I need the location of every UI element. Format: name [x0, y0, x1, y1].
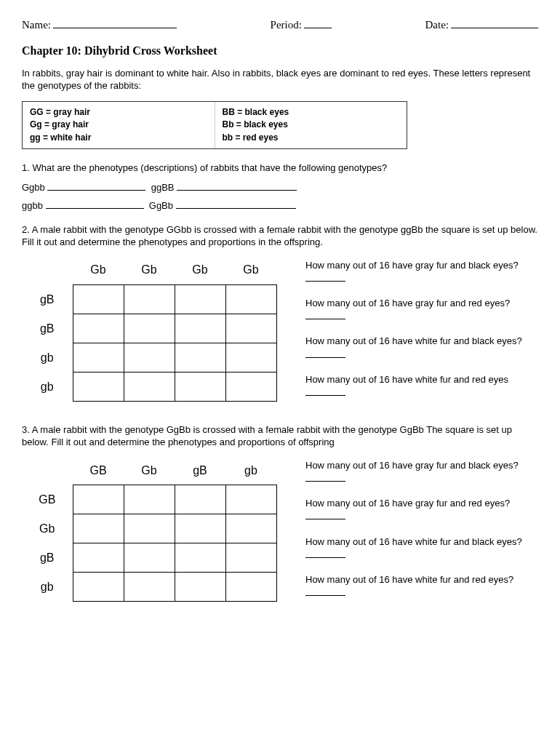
col-header: Gb: [225, 256, 276, 285]
answer-line[interactable]: [177, 182, 297, 191]
punnett-cell[interactable]: [175, 285, 225, 314]
punnett-cell[interactable]: [225, 314, 276, 343]
q2-text: 2. A male rabbit with the genotype GGbb …: [22, 224, 538, 249]
punnett-cell[interactable]: [225, 543, 276, 573]
col-header: Gb: [175, 256, 225, 285]
punnett-cell[interactable]: [175, 514, 225, 543]
col-header: Gb: [124, 256, 175, 285]
punnett-square-2: Gb Gb Gb Gb gB gB gb gb: [22, 256, 277, 402]
row-header: gb: [22, 372, 73, 402]
punnett-cell[interactable]: [124, 285, 175, 314]
genotype-label: ggbb: [22, 200, 43, 211]
punnett-cell[interactable]: [124, 372, 175, 402]
q2-section: Gb Gb Gb Gb gB gB gb gb How many out of …: [22, 256, 538, 412]
answer-line[interactable]: [46, 200, 144, 209]
question-text: How many out of 16 have gray fur and red…: [305, 498, 510, 509]
genotype-label: GgBb: [149, 200, 173, 211]
period-label: Period:: [271, 19, 302, 31]
punnett-cell[interactable]: [73, 485, 124, 514]
sub-question: How many out of 16 have gray fur and red…: [305, 497, 538, 523]
punnett-cell[interactable]: [175, 372, 225, 402]
name-field[interactable]: Name:: [22, 19, 177, 31]
header-fields: Name: Period: Date:: [22, 19, 538, 31]
punnett-cell[interactable]: [73, 543, 124, 573]
answer-line[interactable]: [176, 200, 296, 209]
punnett-cell[interactable]: [225, 573, 276, 602]
punnett-cell[interactable]: [175, 573, 225, 602]
punnett-cell[interactable]: [73, 343, 124, 372]
name-label: Name:: [22, 19, 51, 31]
col-header: gb: [225, 456, 276, 485]
intro-text: In rabbits, gray hair is dominant to whi…: [22, 68, 538, 92]
date-input-line[interactable]: [451, 19, 538, 28]
row-header: gB: [22, 543, 73, 573]
answer-line[interactable]: [305, 473, 345, 482]
question-text: How many out of 16 have gray fur and red…: [305, 298, 510, 308]
period-field[interactable]: Period:: [271, 19, 332, 31]
punnett-cell[interactable]: [73, 372, 124, 402]
punnett-square-3: GB Gb gB gb GB Gb gB gb: [22, 456, 277, 602]
punnett-cell[interactable]: [225, 485, 276, 514]
punnett-cell[interactable]: [175, 543, 225, 573]
row-header: gB: [22, 285, 73, 314]
punnett-cell[interactable]: [124, 514, 175, 543]
sub-question: How many out of 16 have gray fur and bla…: [305, 259, 538, 285]
date-field[interactable]: Date:: [425, 19, 538, 31]
q3-questions: How many out of 16 have gray fur and bla…: [305, 456, 538, 612]
key-col-eyes: BB = black eyes Bb = black eyes bb = red…: [215, 102, 407, 148]
question-text: How many out of 16 have white fur and re…: [305, 374, 508, 385]
punnett-cell[interactable]: [73, 314, 124, 343]
punnett-cell[interactable]: [175, 314, 225, 343]
punnett-cell[interactable]: [175, 343, 225, 372]
q2-questions: How many out of 16 have gray fur and bla…: [305, 256, 538, 412]
sub-question: How many out of 16 have gray fur and bla…: [305, 459, 538, 485]
punnett-cell[interactable]: [225, 285, 276, 314]
answer-line[interactable]: [305, 311, 345, 319]
answer-line[interactable]: [305, 549, 345, 558]
row-header: gb: [22, 343, 73, 372]
sub-question: How many out of 16 have white fur and re…: [305, 373, 538, 399]
corner-cell: [22, 256, 73, 285]
punnett-cell[interactable]: [124, 573, 175, 602]
answer-line[interactable]: [305, 587, 345, 596]
answer-line[interactable]: [47, 182, 145, 191]
name-input-line[interactable]: [53, 19, 177, 28]
punnett-cell[interactable]: [124, 314, 175, 343]
question-text: How many out of 16 have white fur and bl…: [305, 536, 522, 547]
sub-question: How many out of 16 have white fur and re…: [305, 573, 538, 599]
col-header: GB: [73, 456, 124, 485]
genotype-label: Ggbb: [22, 182, 45, 193]
row-header: gb: [22, 573, 73, 602]
sub-question: How many out of 16 have white fur and bl…: [305, 535, 538, 562]
key-entry: gg = white hair: [30, 132, 207, 144]
genotype-label: ggBB: [151, 182, 175, 193]
punnett-cell[interactable]: [73, 573, 124, 602]
q1-text: 1. What are the phenotypes (descriptions…: [22, 162, 538, 175]
answer-line[interactable]: [305, 349, 345, 358]
answer-line[interactable]: [305, 511, 345, 519]
key-entry: Gg = gray hair: [30, 119, 207, 131]
genotype-key-box: GG = gray hair Gg = gray hair gg = white…: [22, 101, 407, 149]
punnett-cell[interactable]: [73, 285, 124, 314]
key-entry: bb = red eyes: [223, 132, 400, 144]
row-header: GB: [22, 485, 73, 514]
punnett-cell[interactable]: [124, 343, 175, 372]
punnett-cell[interactable]: [124, 485, 175, 514]
punnett-3-area: GB Gb gB gb GB Gb gB gb: [22, 456, 284, 612]
sub-question: How many out of 16 have white fur and bl…: [305, 335, 538, 361]
question-text: How many out of 16 have gray fur and bla…: [305, 460, 519, 471]
col-header: gB: [175, 456, 225, 485]
punnett-cell[interactable]: [225, 372, 276, 402]
punnett-cell[interactable]: [225, 343, 276, 372]
punnett-cell[interactable]: [73, 514, 124, 543]
punnett-cell[interactable]: [175, 485, 225, 514]
answer-line[interactable]: [305, 273, 345, 282]
period-input-line[interactable]: [304, 19, 332, 28]
key-entry: Bb = black eyes: [223, 119, 400, 131]
answer-line[interactable]: [305, 387, 345, 396]
punnett-cell[interactable]: [124, 543, 175, 573]
page-title: Chapter 10: Dihybrid Cross Worksheet: [22, 44, 538, 57]
date-label: Date:: [425, 19, 449, 31]
punnett-cell[interactable]: [225, 514, 276, 543]
col-header: Gb: [124, 456, 175, 485]
